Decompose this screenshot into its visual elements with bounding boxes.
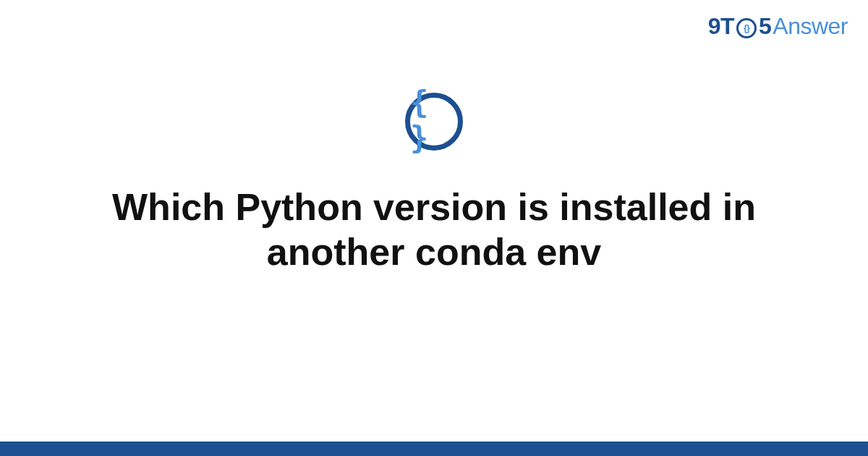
logo-text-9t: 9T: [708, 13, 734, 40]
logo-circle-icon: {}: [736, 18, 757, 38]
footer-accent-bar: [0, 442, 868, 456]
brand-logo: 9T {} 5 Answer: [708, 13, 848, 40]
logo-text-5: 5: [759, 13, 771, 40]
braces-glyph: { }: [410, 85, 458, 156]
logo-text-answer: Answer: [773, 13, 848, 40]
page-title: Which Python version is installed in ano…: [0, 185, 868, 275]
code-braces-icon: { }: [405, 93, 463, 151]
logo-circle-inner: {}: [744, 22, 749, 33]
